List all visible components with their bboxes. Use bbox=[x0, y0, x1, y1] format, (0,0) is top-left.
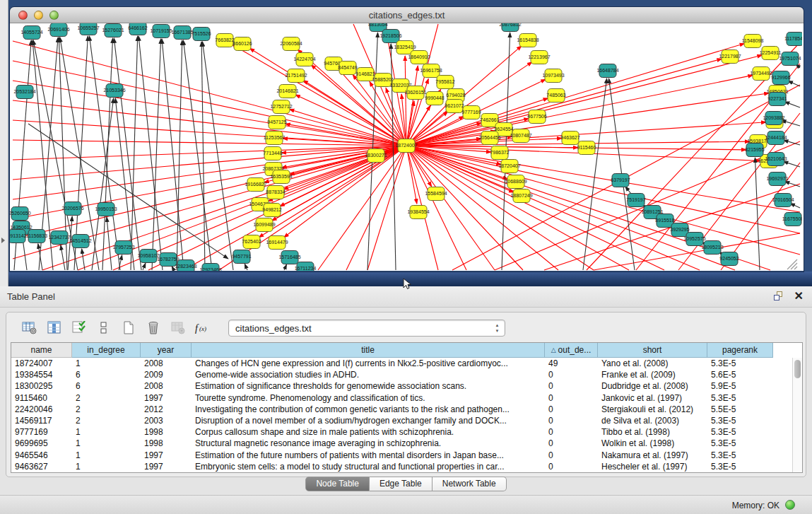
graph-node[interactable]: 4677506 bbox=[527, 110, 546, 124]
graph-node[interactable]: 13626151 bbox=[404, 86, 426, 100]
graph-node[interactable]: 19751074 bbox=[779, 52, 801, 66]
graph-node[interactable]: 12093882 bbox=[763, 112, 784, 125]
graph-node[interactable]: 22060584 bbox=[280, 37, 302, 51]
graph-node[interactable]: 8878334 bbox=[266, 186, 285, 199]
scrollbar-thumb[interactable] bbox=[794, 360, 801, 378]
graph-node[interactable]: 11253567 bbox=[264, 132, 286, 145]
graph-node[interactable]: 9245052 bbox=[719, 252, 739, 266]
graph-node[interactable]: 12217987 bbox=[719, 50, 741, 64]
window-resize-grip[interactable] bbox=[787, 259, 797, 269]
graph-node[interactable]: 15584594 bbox=[425, 187, 447, 201]
graph-node[interactable]: 10952575 bbox=[683, 233, 705, 246]
graph-node[interactable]: 19734493 bbox=[750, 67, 772, 81]
panel-collapse-arrow[interactable] bbox=[1, 238, 5, 243]
graph-node[interactable]: 11178542 bbox=[784, 33, 802, 46]
graph-node[interactable]: 18640910 bbox=[408, 51, 430, 64]
table-row[interactable]: 1456911722003Disruption of a novel membe… bbox=[11, 415, 792, 426]
graph-node[interactable]: 16648784 bbox=[596, 64, 618, 78]
graph-node[interactable]: 10807487 bbox=[510, 129, 531, 143]
network-canvas[interactable]: 1405572420691406106552571527602164661621… bbox=[10, 23, 804, 271]
graph-node[interactable]: 9227341 bbox=[767, 93, 787, 106]
merge-columns-button[interactable] bbox=[95, 319, 113, 337]
graph-hub-node[interactable]: 18724007 bbox=[395, 139, 417, 153]
graph-node[interactable]: 21751492 bbox=[285, 69, 307, 83]
graph-node[interactable]: 6466162 bbox=[128, 23, 147, 35]
graph-node[interactable]: 12444184 bbox=[765, 132, 787, 145]
graph-node[interactable]: 16099489 bbox=[253, 218, 275, 232]
graph-node[interactable]: 16671385 bbox=[171, 26, 193, 40]
graph-node[interactable]: 8660126 bbox=[233, 37, 252, 51]
table-row[interactable]: 911546021997Tourette syndrome. Phenomeno… bbox=[11, 392, 792, 404]
graph-node[interactable]: 7515526 bbox=[192, 28, 211, 41]
graph-node[interactable]: 20564456 bbox=[478, 132, 500, 145]
graph-node[interactable]: 7625402 bbox=[242, 235, 261, 249]
graph-node[interactable]: 12752712 bbox=[270, 100, 292, 114]
column-header-short[interactable]: short bbox=[598, 343, 707, 358]
graph-node[interactable]: 20206576 bbox=[61, 202, 83, 216]
graph-node[interactable]: 18720407 bbox=[498, 160, 520, 173]
table-row[interactable]: 969969511998Structural magnetic resonanc… bbox=[11, 438, 792, 449]
graph-node[interactable]: 10719155 bbox=[150, 25, 172, 38]
function-builder-button[interactable]: f(x) bbox=[194, 319, 212, 337]
table-select-dropdown[interactable]: citations_edges.txt▲▼ bbox=[228, 320, 505, 337]
graph-node[interactable]: 18807249 bbox=[510, 189, 532, 203]
graph-node[interactable]: 14224704 bbox=[293, 53, 315, 66]
graph-node[interactable]: 16711234 bbox=[295, 262, 317, 271]
graph-node[interactable]: 9498212 bbox=[262, 204, 281, 217]
tab-edge-table[interactable]: Edge Table bbox=[370, 477, 433, 491]
graph-node[interactable]: 10655257 bbox=[77, 23, 99, 35]
graph-node[interactable]: 11548098 bbox=[742, 35, 764, 48]
column-header-year[interactable]: year bbox=[141, 343, 192, 358]
network-window-titlebar[interactable]: citations_edges.txt bbox=[10, 7, 804, 23]
table-row[interactable]: 1872400712008Changes of HCN gene express… bbox=[11, 358, 792, 369]
graph-node[interactable]: 15716485 bbox=[278, 251, 300, 264]
graph-node[interactable]: 19692971 bbox=[766, 173, 788, 186]
graph-node[interactable]: 11675500 bbox=[782, 213, 802, 226]
graph-node[interactable]: 9463627 bbox=[560, 132, 579, 145]
graph-node[interactable]: 16353594 bbox=[270, 170, 292, 184]
graph-node[interactable]: 10688609 bbox=[505, 175, 526, 189]
graph-node[interactable]: 20876812 bbox=[499, 23, 521, 32]
graph-node[interactable]: 8454749 bbox=[338, 62, 357, 75]
graph-node[interactable]: 9457125 bbox=[267, 116, 286, 129]
graph-node[interactable]: 12213967 bbox=[528, 51, 550, 64]
graph-node[interactable]: 16154838 bbox=[517, 34, 539, 47]
graph-node[interactable]: 7955812 bbox=[435, 76, 454, 89]
graph-node[interactable]: 7663822 bbox=[215, 34, 234, 47]
graph-node[interactable]: 17016504 bbox=[772, 194, 794, 207]
table-row[interactable]: 946362711997Embryonic stem cells: a mode… bbox=[11, 461, 792, 472]
graph-node[interactable]: 12254911 bbox=[760, 47, 782, 60]
graph-node[interactable]: 9990448 bbox=[425, 92, 444, 105]
graph-node[interactable]: 9115460 bbox=[577, 141, 596, 155]
graph-node[interactable]: 9777169 bbox=[461, 106, 481, 119]
graph-node[interactable]: 7986372 bbox=[490, 146, 509, 160]
graph-node[interactable]: 15276021 bbox=[102, 24, 124, 37]
graph-node[interactable]: 10973493 bbox=[542, 69, 564, 83]
graph-node[interactable]: 20146821 bbox=[276, 85, 298, 98]
left-panel-strip[interactable] bbox=[0, 0, 8, 286]
row-selection-button[interactable] bbox=[70, 319, 88, 337]
graph-node[interactable]: 21053346 bbox=[103, 84, 125, 98]
delete-column-button[interactable] bbox=[144, 319, 163, 337]
column-visibility-button[interactable] bbox=[45, 319, 64, 337]
graph-node[interactable]: 19166827 bbox=[245, 178, 266, 192]
graph-node[interactable]: 12342737 bbox=[48, 231, 70, 245]
graph-node[interactable]: 12923468 bbox=[199, 264, 221, 271]
graph-node[interactable]: 18300271 bbox=[365, 149, 387, 163]
graph-node[interactable]: 11156833 bbox=[26, 230, 47, 243]
table-row[interactable]: 1830029562008Estimation of significance … bbox=[11, 380, 792, 392]
graph-node[interactable]: 18095213 bbox=[701, 241, 723, 255]
graph-node[interactable]: 17957253 bbox=[112, 241, 134, 255]
float-panel-icon[interactable] bbox=[774, 291, 784, 301]
graph-node[interactable]: 12823468 bbox=[175, 260, 196, 271]
graph-node[interactable]: 8215955 bbox=[745, 144, 764, 157]
graph-node[interactable]: 9457791 bbox=[232, 250, 251, 264]
graph-node[interactable]: 7485063 bbox=[546, 89, 565, 103]
table-row[interactable]: 2242004622012Investigating the contribut… bbox=[11, 404, 792, 415]
table-row[interactable]: 977716911998Corpus callosum shape and si… bbox=[11, 426, 792, 438]
network-graph[interactable]: 1405572420691406106552571527602164661621… bbox=[10, 23, 802, 271]
graph-node[interactable]: 7519197 bbox=[626, 194, 645, 207]
close-panel-icon[interactable]: ✕ bbox=[794, 289, 804, 303]
column-header-title[interactable]: title bbox=[192, 343, 545, 358]
new-column-button[interactable] bbox=[119, 319, 138, 337]
